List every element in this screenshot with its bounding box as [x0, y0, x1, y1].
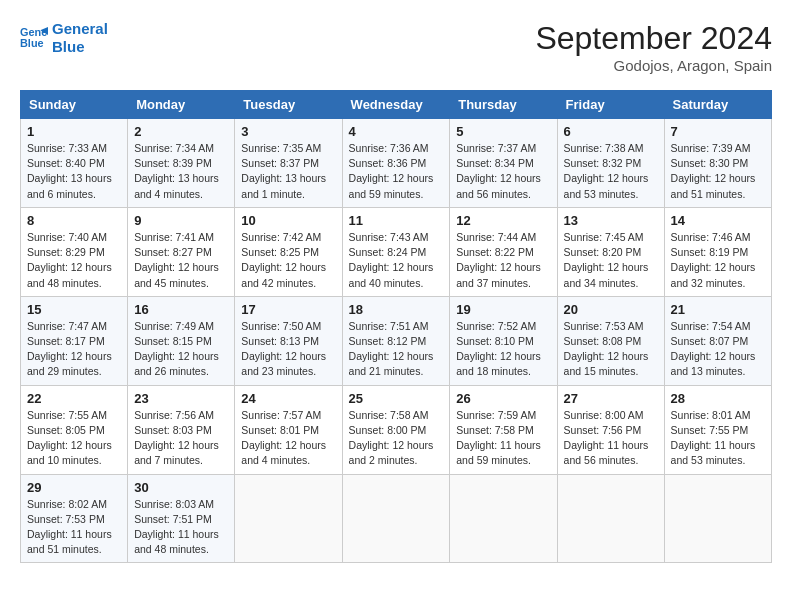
day-info: Sunrise: 7:41 AMSunset: 8:27 PMDaylight:… [134, 230, 228, 291]
day-info: Sunrise: 7:34 AMSunset: 8:39 PMDaylight:… [134, 141, 228, 202]
day-number: 13 [564, 213, 658, 228]
logo-line1: General [52, 20, 108, 38]
calendar-cell: 11Sunrise: 7:43 AMSunset: 8:24 PMDayligh… [342, 207, 450, 296]
day-info: Sunrise: 7:40 AMSunset: 8:29 PMDaylight:… [27, 230, 121, 291]
day-info: Sunrise: 7:54 AMSunset: 8:07 PMDaylight:… [671, 319, 765, 380]
day-info: Sunrise: 7:52 AMSunset: 8:10 PMDaylight:… [456, 319, 550, 380]
day-number: 28 [671, 391, 765, 406]
calendar-cell: 26Sunrise: 7:59 AMSunset: 7:58 PMDayligh… [450, 385, 557, 474]
day-number: 11 [349, 213, 444, 228]
day-info: Sunrise: 7:58 AMSunset: 8:00 PMDaylight:… [349, 408, 444, 469]
calendar-cell: 9Sunrise: 7:41 AMSunset: 8:27 PMDaylight… [128, 207, 235, 296]
day-number: 21 [671, 302, 765, 317]
calendar-cell: 18Sunrise: 7:51 AMSunset: 8:12 PMDayligh… [342, 296, 450, 385]
calendar-cell: 30Sunrise: 8:03 AMSunset: 7:51 PMDayligh… [128, 474, 235, 563]
day-info: Sunrise: 7:44 AMSunset: 8:22 PMDaylight:… [456, 230, 550, 291]
weekday-header-sunday: Sunday [21, 91, 128, 119]
day-info: Sunrise: 7:37 AMSunset: 8:34 PMDaylight:… [456, 141, 550, 202]
day-info: Sunrise: 7:43 AMSunset: 8:24 PMDaylight:… [349, 230, 444, 291]
day-number: 20 [564, 302, 658, 317]
calendar-cell: 19Sunrise: 7:52 AMSunset: 8:10 PMDayligh… [450, 296, 557, 385]
calendar-cell: 1Sunrise: 7:33 AMSunset: 8:40 PMDaylight… [21, 119, 128, 208]
day-number: 2 [134, 124, 228, 139]
day-number: 7 [671, 124, 765, 139]
location-subtitle: Godojos, Aragon, Spain [535, 57, 772, 74]
weekday-header-monday: Monday [128, 91, 235, 119]
calendar-table: SundayMondayTuesdayWednesdayThursdayFrid… [20, 90, 772, 563]
svg-text:Blue: Blue [20, 37, 44, 49]
day-number: 30 [134, 480, 228, 495]
page-header: General Blue General Blue September 2024… [20, 20, 772, 74]
calendar-cell [235, 474, 342, 563]
day-info: Sunrise: 7:50 AMSunset: 8:13 PMDaylight:… [241, 319, 335, 380]
day-info: Sunrise: 7:56 AMSunset: 8:03 PMDaylight:… [134, 408, 228, 469]
calendar-cell: 12Sunrise: 7:44 AMSunset: 8:22 PMDayligh… [450, 207, 557, 296]
logo-icon: General Blue [20, 24, 48, 52]
weekday-header-tuesday: Tuesday [235, 91, 342, 119]
calendar-cell: 21Sunrise: 7:54 AMSunset: 8:07 PMDayligh… [664, 296, 771, 385]
day-info: Sunrise: 7:51 AMSunset: 8:12 PMDaylight:… [349, 319, 444, 380]
calendar-cell [557, 474, 664, 563]
day-info: Sunrise: 7:53 AMSunset: 8:08 PMDaylight:… [564, 319, 658, 380]
day-number: 19 [456, 302, 550, 317]
calendar-body: 1Sunrise: 7:33 AMSunset: 8:40 PMDaylight… [21, 119, 772, 563]
day-info: Sunrise: 7:42 AMSunset: 8:25 PMDaylight:… [241, 230, 335, 291]
day-number: 25 [349, 391, 444, 406]
day-info: Sunrise: 7:59 AMSunset: 7:58 PMDaylight:… [456, 408, 550, 469]
calendar-cell: 17Sunrise: 7:50 AMSunset: 8:13 PMDayligh… [235, 296, 342, 385]
day-info: Sunrise: 7:39 AMSunset: 8:30 PMDaylight:… [671, 141, 765, 202]
calendar-cell: 25Sunrise: 7:58 AMSunset: 8:00 PMDayligh… [342, 385, 450, 474]
weekday-header-row: SundayMondayTuesdayWednesdayThursdayFrid… [21, 91, 772, 119]
day-info: Sunrise: 7:46 AMSunset: 8:19 PMDaylight:… [671, 230, 765, 291]
day-info: Sunrise: 7:49 AMSunset: 8:15 PMDaylight:… [134, 319, 228, 380]
calendar-cell: 8Sunrise: 7:40 AMSunset: 8:29 PMDaylight… [21, 207, 128, 296]
day-number: 23 [134, 391, 228, 406]
calendar-cell: 28Sunrise: 8:01 AMSunset: 7:55 PMDayligh… [664, 385, 771, 474]
calendar-cell [342, 474, 450, 563]
calendar-week-row: 1Sunrise: 7:33 AMSunset: 8:40 PMDaylight… [21, 119, 772, 208]
calendar-week-row: 22Sunrise: 7:55 AMSunset: 8:05 PMDayligh… [21, 385, 772, 474]
day-number: 17 [241, 302, 335, 317]
day-info: Sunrise: 7:57 AMSunset: 8:01 PMDaylight:… [241, 408, 335, 469]
day-info: Sunrise: 7:35 AMSunset: 8:37 PMDaylight:… [241, 141, 335, 202]
day-number: 3 [241, 124, 335, 139]
day-number: 15 [27, 302, 121, 317]
calendar-cell: 29Sunrise: 8:02 AMSunset: 7:53 PMDayligh… [21, 474, 128, 563]
calendar-cell: 22Sunrise: 7:55 AMSunset: 8:05 PMDayligh… [21, 385, 128, 474]
day-info: Sunrise: 7:55 AMSunset: 8:05 PMDaylight:… [27, 408, 121, 469]
day-number: 12 [456, 213, 550, 228]
day-info: Sunrise: 8:03 AMSunset: 7:51 PMDaylight:… [134, 497, 228, 558]
day-info: Sunrise: 7:38 AMSunset: 8:32 PMDaylight:… [564, 141, 658, 202]
day-info: Sunrise: 8:02 AMSunset: 7:53 PMDaylight:… [27, 497, 121, 558]
day-info: Sunrise: 7:45 AMSunset: 8:20 PMDaylight:… [564, 230, 658, 291]
calendar-cell: 20Sunrise: 7:53 AMSunset: 8:08 PMDayligh… [557, 296, 664, 385]
day-info: Sunrise: 8:01 AMSunset: 7:55 PMDaylight:… [671, 408, 765, 469]
title-block: September 2024 Godojos, Aragon, Spain [535, 20, 772, 74]
day-number: 8 [27, 213, 121, 228]
calendar-cell: 15Sunrise: 7:47 AMSunset: 8:17 PMDayligh… [21, 296, 128, 385]
day-number: 18 [349, 302, 444, 317]
day-number: 24 [241, 391, 335, 406]
day-number: 26 [456, 391, 550, 406]
calendar-cell [450, 474, 557, 563]
day-number: 10 [241, 213, 335, 228]
calendar-cell: 6Sunrise: 7:38 AMSunset: 8:32 PMDaylight… [557, 119, 664, 208]
day-number: 6 [564, 124, 658, 139]
month-title: September 2024 [535, 20, 772, 57]
day-number: 14 [671, 213, 765, 228]
calendar-cell: 2Sunrise: 7:34 AMSunset: 8:39 PMDaylight… [128, 119, 235, 208]
calendar-week-row: 8Sunrise: 7:40 AMSunset: 8:29 PMDaylight… [21, 207, 772, 296]
calendar-week-row: 29Sunrise: 8:02 AMSunset: 7:53 PMDayligh… [21, 474, 772, 563]
day-number: 9 [134, 213, 228, 228]
day-info: Sunrise: 7:36 AMSunset: 8:36 PMDaylight:… [349, 141, 444, 202]
weekday-header-wednesday: Wednesday [342, 91, 450, 119]
calendar-cell: 7Sunrise: 7:39 AMSunset: 8:30 PMDaylight… [664, 119, 771, 208]
day-number: 5 [456, 124, 550, 139]
calendar-cell: 14Sunrise: 7:46 AMSunset: 8:19 PMDayligh… [664, 207, 771, 296]
day-info: Sunrise: 7:47 AMSunset: 8:17 PMDaylight:… [27, 319, 121, 380]
calendar-week-row: 15Sunrise: 7:47 AMSunset: 8:17 PMDayligh… [21, 296, 772, 385]
weekday-header-friday: Friday [557, 91, 664, 119]
day-number: 22 [27, 391, 121, 406]
calendar-cell: 16Sunrise: 7:49 AMSunset: 8:15 PMDayligh… [128, 296, 235, 385]
calendar-cell: 13Sunrise: 7:45 AMSunset: 8:20 PMDayligh… [557, 207, 664, 296]
